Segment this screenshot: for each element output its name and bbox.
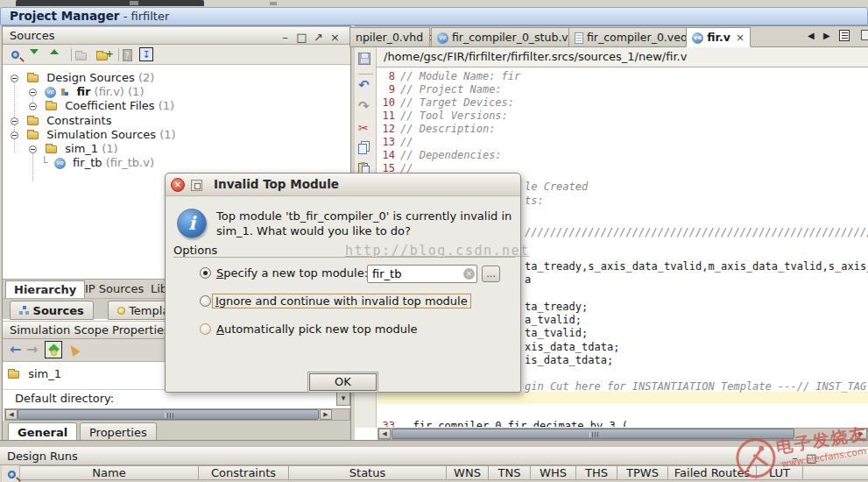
column-header-ths[interactable]: THS bbox=[576, 465, 617, 480]
cut-icon[interactable]: ✂ bbox=[358, 121, 369, 135]
module-icon bbox=[61, 89, 69, 96]
folder-icon bbox=[27, 117, 39, 125]
close-icon[interactable]: × bbox=[327, 29, 343, 46]
tab-list-icon[interactable] bbox=[839, 30, 850, 41]
column-header-whs[interactable]: WHS bbox=[531, 465, 576, 480]
search-icon[interactable] bbox=[4, 467, 19, 482]
ok-button[interactable]: OK bbox=[309, 373, 377, 391]
select-cursor-icon[interactable] bbox=[69, 344, 78, 358]
tree-item-coefficient-files[interactable]: Coefficient Files (1) bbox=[29, 99, 174, 113]
expand-all-icon[interactable] bbox=[46, 46, 62, 62]
tree-item-label: Design Sources bbox=[46, 71, 134, 84]
radio-auto-pick[interactable] bbox=[200, 323, 211, 335]
add-sources-icon[interactable] bbox=[94, 48, 109, 64]
clear-input-icon[interactable]: × bbox=[463, 268, 475, 280]
maximize-icon[interactable]: □ bbox=[293, 29, 310, 46]
sources-panel-header[interactable]: Sources –□↗× bbox=[3, 26, 350, 45]
scope-item-sim-1[interactable]: sim_1 bbox=[8, 367, 61, 381]
info-icon: i bbox=[177, 209, 207, 238]
folder-icon bbox=[27, 74, 39, 82]
default-directory-label: Default directory: bbox=[15, 392, 114, 405]
background-window-fragment bbox=[130, 1, 138, 5]
open-folder-icon[interactable] bbox=[73, 48, 88, 64]
redo-icon[interactable]: ↷ bbox=[358, 98, 370, 114]
tab-fir-compiler-0-vhd[interactable]: npiler_0.vhd× bbox=[349, 27, 430, 47]
window-titlebar[interactable]: Project Manager - firfilter bbox=[0, 7, 868, 25]
window-title: Project Manager bbox=[10, 9, 120, 23]
radio-auto-label[interactable]: Automatically pick new top module bbox=[216, 323, 418, 336]
scroll-left-icon[interactable]: ◀ bbox=[378, 429, 391, 439]
tab-scroll-left-icon[interactable]: ◀ bbox=[808, 31, 815, 40]
tree-item-constraints[interactable]: Constraints bbox=[11, 114, 111, 128]
chevron-down-icon[interactable]: ▾ bbox=[336, 391, 350, 406]
expander-icon[interactable] bbox=[11, 131, 18, 139]
tab-fir-v[interactable]: fir.v× bbox=[686, 27, 751, 47]
options-label: Options bbox=[173, 244, 217, 257]
code-line: // Dependencies: bbox=[400, 149, 502, 161]
column-header-tns[interactable]: TNS bbox=[489, 465, 531, 480]
scroll-right-icon[interactable]: ▶ bbox=[320, 409, 332, 420]
editor-pathbar: /home/gsc/FIR/firfilter/firfilter.srcs/s… bbox=[355, 47, 868, 67]
tab-scroll-right-icon[interactable]: ▶ bbox=[823, 31, 830, 40]
tree-item-count: (1) bbox=[102, 142, 117, 155]
expander-icon[interactable] bbox=[29, 145, 37, 153]
tree-item-sim-1[interactable]: sim_1 (1) bbox=[29, 142, 118, 156]
properties-tabs: General Properties bbox=[3, 421, 350, 440]
tree-item-design-sources[interactable]: Design Sources (2) bbox=[11, 71, 154, 85]
tab-properties[interactable]: Properties bbox=[80, 422, 157, 442]
tab-ip-sources[interactable]: IP Sources bbox=[77, 280, 152, 299]
code-line: // Project Name: bbox=[400, 83, 502, 96]
close-tab-icon[interactable]: × bbox=[736, 32, 745, 44]
column-header-status[interactable]: Status bbox=[289, 465, 447, 480]
help-icon[interactable]: ? bbox=[119, 47, 135, 63]
column-header-constraints[interactable]: Constraints bbox=[199, 465, 289, 480]
dialog-titlebar[interactable]: × Invalid Top Module bbox=[166, 174, 520, 196]
minimize-icon[interactable]: – bbox=[277, 29, 293, 46]
back-arrow-icon[interactable]: ← bbox=[10, 341, 21, 358]
radio-ignore-invalid[interactable] bbox=[200, 295, 211, 307]
tab-hierarchy[interactable]: Hierarchy bbox=[5, 280, 85, 299]
search-icon[interactable] bbox=[7, 47, 23, 63]
float-panel-icon[interactable] bbox=[861, 30, 868, 40]
radio-specify-top-module[interactable] bbox=[200, 267, 211, 279]
float-icon[interactable]: ↗ bbox=[310, 29, 327, 46]
tab-sources[interactable]: Sources bbox=[10, 301, 94, 320]
dialog-restore-icon[interactable] bbox=[191, 180, 202, 191]
design-runs-title: Design Runs bbox=[7, 450, 78, 463]
scroll-to-selected-icon[interactable]: ↧ bbox=[138, 46, 154, 62]
verilog-file-icon bbox=[692, 32, 703, 44]
expander-icon[interactable] bbox=[11, 117, 18, 125]
tree-item-fir[interactable]: fir (fir.v) (1) bbox=[29, 85, 144, 99]
undo-icon[interactable]: ↶ bbox=[358, 77, 370, 93]
expander-icon[interactable] bbox=[11, 74, 18, 82]
radio-ignore-label[interactable]: Ignore and continue with invalid top mod… bbox=[212, 294, 471, 308]
window-title-project: - firfilter bbox=[123, 10, 170, 23]
scrollbar-thumb[interactable] bbox=[18, 409, 319, 420]
column-header-tpws[interactable]: TPWS bbox=[617, 465, 668, 480]
code-line: // bbox=[400, 136, 413, 148]
tree-item-label: fir_tb bbox=[73, 156, 102, 169]
forward-arrow-icon[interactable]: → bbox=[26, 341, 38, 358]
code-fragment: le Created bbox=[525, 181, 588, 193]
tree-item-fir-tb[interactable]: └ fir_tb (fir_tb.v) bbox=[41, 156, 154, 170]
line-number: 9 bbox=[378, 83, 395, 96]
scope-horizontal-scrollbar[interactable]: ◀ ▶ bbox=[4, 408, 350, 421]
radio-specify-label[interactable]: Specify a new top module: bbox=[216, 266, 368, 280]
browse-button[interactable]: ... bbox=[482, 266, 500, 282]
column-header-wns[interactable]: WNS bbox=[447, 465, 489, 480]
collapse-all-icon[interactable] bbox=[26, 46, 42, 62]
tab-fir-compiler-0-stub-v[interactable]: fir_compiler_0_stub.v× bbox=[431, 27, 589, 47]
column-header-name[interactable]: Name bbox=[20, 465, 199, 480]
code-fragment: is_data_tdata; bbox=[525, 354, 613, 366]
settings-gear-icon[interactable] bbox=[45, 341, 62, 358]
dialog-close-icon[interactable]: × bbox=[171, 178, 185, 192]
expander-icon[interactable] bbox=[29, 89, 37, 96]
scroll-left-icon[interactable]: ◀ bbox=[5, 409, 18, 420]
save-icon[interactable] bbox=[358, 53, 370, 67]
lightbulb-icon bbox=[117, 307, 125, 315]
tab-general[interactable]: General bbox=[8, 422, 77, 442]
copy-icon[interactable] bbox=[358, 144, 367, 157]
top-module-input[interactable] bbox=[367, 265, 477, 283]
tree-item-simulation-sources[interactable]: Simulation Sources (1) bbox=[11, 128, 176, 142]
expander-icon[interactable] bbox=[29, 103, 37, 110]
